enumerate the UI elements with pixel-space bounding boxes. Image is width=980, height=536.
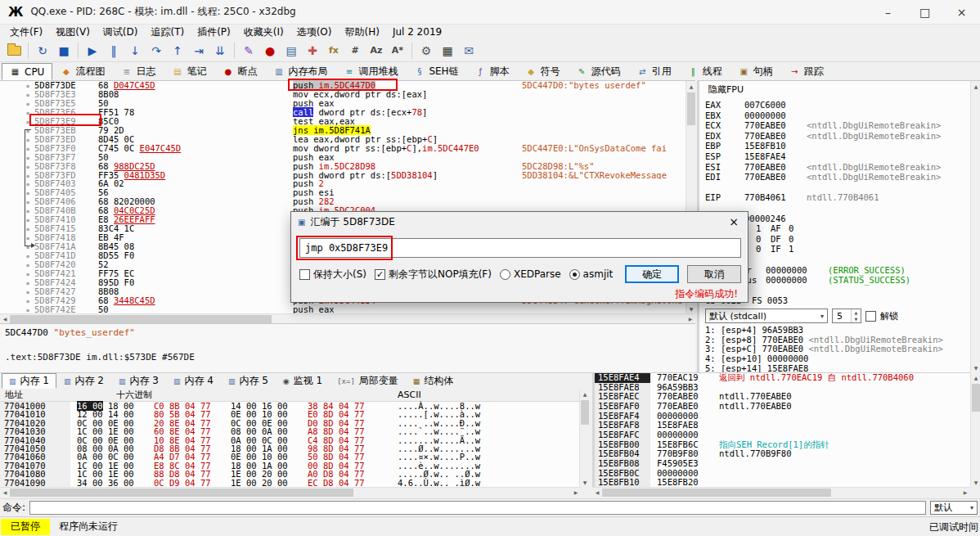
tab-source[interactable]: ✎源代码	[569, 63, 629, 80]
register-row[interactable]: EAX007C6000	[705, 100, 980, 110]
flag-value[interactable]: 0	[789, 234, 803, 245]
stack-row[interactable]: 15E8FAE4770EAC19返回到 ntdll.770EAC19 自 ntd…	[595, 373, 970, 383]
breakpoint-dot[interactable]: ●	[21, 108, 34, 117]
scrollbar-thumb[interactable]	[10, 315, 272, 323]
tab-notes[interactable]: ▤笔记	[164, 63, 214, 80]
register-row[interactable]: EIP770B4061ntdll.770B4061	[705, 192, 980, 203]
stack-row[interactable]: 15E8FAFC00000000	[595, 430, 970, 440]
menu-options[interactable]: 选项(O)	[290, 25, 339, 40]
scroll-up-icon[interactable]: ▲	[971, 81, 980, 91]
tab-references[interactable]: ⇄引用	[629, 63, 680, 80]
command-input[interactable]	[29, 501, 926, 515]
scroll-down-icon[interactable]: ▼	[580, 477, 590, 487]
scrollbar-thumb[interactable]	[581, 400, 589, 425]
run-to-user-icon[interactable]: ⇥	[189, 41, 209, 61]
tab-struct[interactable]: ▦结构体	[406, 373, 461, 389]
az-icon[interactable]: Az	[366, 41, 386, 61]
tab-dump-1[interactable]: ▥内存 1	[2, 373, 56, 389]
message-icon[interactable]: ✉	[459, 41, 479, 61]
stack-row[interactable]: 15E8FB04770B9F80ntdll.770B9F80	[595, 449, 970, 459]
scrollbar-thumb[interactable]	[602, 489, 831, 497]
argument-row[interactable]: 4: [esp+10] 00000000	[705, 354, 975, 364]
memory-dump-pane[interactable]: 7704100016 00 18 00C0 8B 04 7714 00 16 0…	[0, 402, 579, 487]
flag-value[interactable]: 0	[756, 234, 771, 245]
tab-call-stack[interactable]: ≡调用堆栈	[335, 63, 406, 80]
dump-vscrollbar[interactable]: ▲ ▼	[579, 389, 589, 487]
animate-icon[interactable]: ⇊	[210, 41, 230, 61]
scroll-up-icon[interactable]: ▲	[686, 81, 696, 91]
stepper-up-icon[interactable]: ▲	[852, 309, 861, 316]
breakpoint-dot[interactable]: ●	[21, 251, 34, 260]
menu-debug[interactable]: 调试(D)	[97, 25, 145, 40]
flag-value[interactable]: 1	[756, 223, 771, 234]
scroll-right-icon[interactable]: ▶	[571, 488, 581, 498]
tab-cpu[interactable]: ▦CPU	[2, 63, 52, 80]
scroll-left-icon[interactable]: ◀	[592, 488, 602, 498]
tab-handles[interactable]: ▣句柄	[731, 63, 781, 80]
stack-hscrollbar[interactable]: ◀ ▶	[592, 487, 970, 497]
scrollbar-thumb[interactable]	[10, 489, 353, 497]
register-row[interactable]: EBP15E8FB10	[705, 141, 980, 151]
registers-vscrollbar[interactable]: ▲ ▼	[970, 81, 980, 372]
fill-nop-checkbox[interactable]	[375, 269, 385, 280]
run-icon[interactable]: ▶	[83, 41, 102, 61]
close-button[interactable]: ×	[943, 0, 980, 24]
menu-view[interactable]: 视图(V)	[49, 25, 97, 40]
scroll-right-icon[interactable]: ▶	[960, 488, 970, 498]
breakpoint-dot[interactable]: ●	[21, 278, 34, 287]
scroll-up-icon[interactable]: ▲	[971, 372, 980, 382]
scrollbar-thumb[interactable]	[687, 92, 695, 125]
tab-script[interactable]: ƒ脚本	[467, 63, 518, 80]
tab-breakpoints[interactable]: ●断点	[214, 63, 265, 80]
dump-row[interactable]: 770410801C 00 1E 0088 D8 04 771E 00 20 0…	[0, 470, 579, 478]
scroll-left-icon[interactable]: ◀	[0, 314, 10, 324]
minimize-button[interactable]: –	[870, 0, 906, 24]
step-out-icon[interactable]: ↑	[168, 41, 187, 61]
tab-locals[interactable]: [x=]局部变量	[330, 373, 406, 389]
scroll-up-icon[interactable]: ▲	[580, 389, 590, 399]
register-row[interactable]: ECX770EABE0<ntdll.DbgUiRemoteBreakin>	[705, 120, 980, 131]
tab-watch-1[interactable]: ◉监视 1	[276, 373, 330, 389]
dump-hscrollbar[interactable]: ◀ ▶	[0, 487, 581, 497]
disassembly-hscrollbar[interactable]: ◀ ▶	[0, 313, 695, 323]
stack-row[interactable]: 15E8FAF400000000	[595, 412, 970, 421]
scroll-right-icon[interactable]: ▶	[686, 314, 695, 324]
tab-dump-3[interactable]: ▥内存 3	[111, 373, 166, 389]
breakpoint-dot[interactable]: ●	[21, 90, 34, 99]
disasm-row[interactable]: ●5D8F73F0C745 0C E047C45Dmov dword ptr s…	[0, 144, 695, 153]
unlock-checkbox[interactable]	[865, 311, 876, 322]
step-over-icon[interactable]: ↷	[146, 41, 166, 61]
step-into-icon[interactable]: ↓	[125, 41, 145, 61]
keep-size-checkbox[interactable]	[299, 269, 310, 280]
flag-value[interactable]: 0	[756, 244, 771, 254]
dialog-close-icon[interactable]: ×	[720, 212, 748, 232]
breakpoint-dot[interactable]: ●	[21, 287, 34, 296]
cpu-window-icon[interactable]: ▦	[438, 41, 457, 61]
hide-fpu-button[interactable]: 隐藏FPU	[705, 82, 747, 97]
flag-value[interactable]: 1	[789, 244, 803, 254]
register-row[interactable]: EDX770EABE0<ntdll.DbgUiRemoteBreakin>	[705, 131, 980, 142]
tab-dump-5[interactable]: ▥内存 5	[221, 373, 276, 389]
menu-plugins[interactable]: 插件(P)	[191, 25, 237, 40]
tab-symbols[interactable]: ◆符号	[518, 63, 569, 80]
calling-convention-select[interactable]: 默认 (stdcall) ▾	[705, 309, 828, 323]
stack-row[interactable]: 15E8FAF0770EABE0ntdll.770EABE0	[595, 402, 970, 412]
stack-row[interactable]: 15E8FAEC770EABE0ntdll.770EABE0	[595, 392, 970, 402]
register-row[interactable]: EBX00000000	[705, 110, 980, 121]
dialog-title-bar[interactable]: ▣ 汇编于 5D8F73DE	[291, 212, 748, 232]
tab-threads[interactable]: ‖线程	[680, 63, 731, 80]
flag-value[interactable]: 0	[789, 223, 803, 234]
stack-vscrollbar[interactable]: ▲ ▼	[970, 372, 980, 487]
breakpoint-dot[interactable]: ●	[21, 81, 34, 90]
patch-icon[interactable]: ✚	[303, 41, 322, 61]
stack-row[interactable]: 15E8FB08F45905E3	[595, 459, 970, 469]
breakpoint-dot[interactable]: ●	[21, 260, 34, 269]
stack-row[interactable]: 15E8FAF815E8FAE8	[595, 421, 970, 430]
menu-file[interactable]: 文件(F)	[3, 25, 49, 40]
menu-trace[interactable]: 追踪(T)	[144, 25, 191, 40]
tab-graph[interactable]: ◆流程图	[52, 63, 113, 80]
tab-seh[interactable]: §SEH链	[406, 63, 466, 80]
xedparse-radio[interactable]	[500, 269, 510, 280]
dump-row[interactable]: 7704109034 00 36 000C D9 04 771E 00 20 0…	[0, 479, 579, 487]
maximize-button[interactable]: □	[906, 0, 943, 24]
